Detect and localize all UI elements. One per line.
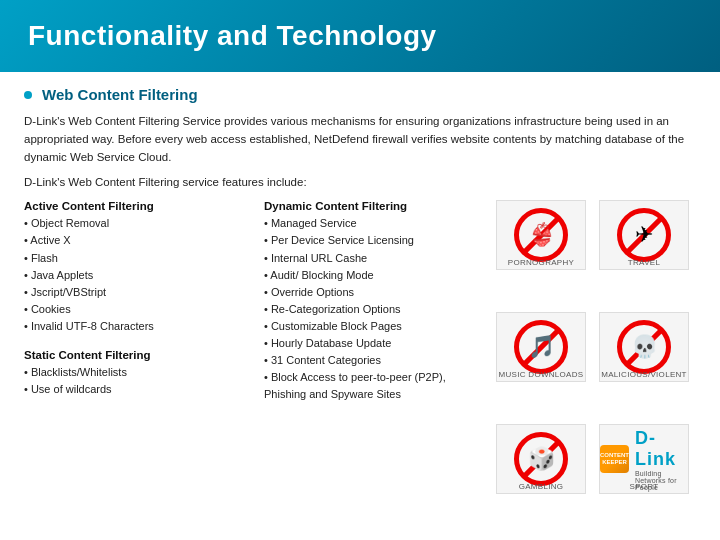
list-item: Customizable Block Pages: [264, 318, 486, 335]
header: Functionality and Technology: [0, 0, 720, 72]
list-item: Cookies: [24, 301, 264, 318]
list-item: Audit/ Blocking Mode: [264, 267, 486, 284]
music-label: MUSIC DOWNLOADS: [497, 370, 585, 379]
icon-cell-gambling: 🎲 GAMBLING: [496, 424, 586, 494]
dynamic-filter-heading: Dynamic Content Filtering: [264, 200, 486, 212]
list-item: Re-Categorization Options: [264, 301, 486, 318]
gambling-icon: 🎲: [528, 446, 555, 472]
list-item: 31 Content Categories: [264, 352, 486, 369]
icon-cell-pornography: 👙 PORNOGRAPHY: [496, 200, 586, 270]
gambling-label: GAMBLING: [497, 482, 585, 491]
features-intro: D-Link's Web Content Filtering service f…: [24, 176, 696, 188]
section-title: Web Content Filtering: [42, 86, 198, 103]
list-item: Managed Service: [264, 215, 486, 232]
list-item: Hourly Database Update: [264, 335, 486, 352]
pornography-icon: 👙: [528, 222, 555, 248]
icon-cell-sport: CONTENTKEEPER D-Link Building Networks f…: [599, 424, 689, 494]
list-item: Jscript/VBStript: [24, 284, 264, 301]
list-item: Block Access to peer-to-peer (P2P), Phis…: [264, 369, 486, 403]
left-col: Active Content Filtering Object Removal …: [24, 200, 264, 530]
pornography-label: PORNOGRAPHY: [497, 258, 585, 267]
header-title: Functionality and Technology: [28, 20, 437, 52]
static-filter-list: Blacklists/Whitelists Use of wildcards: [24, 364, 264, 398]
travel-icon: ✈: [635, 222, 653, 248]
list-item: Flash: [24, 250, 264, 267]
active-filter-list: Object Removal Active X Flash Java Apple…: [24, 215, 264, 334]
list-item: Object Removal: [24, 215, 264, 232]
icon-cell-violent: 💀 MALICIOUS/VIOLENT: [599, 312, 689, 382]
static-filter-heading: Static Content Filtering: [24, 349, 264, 361]
violent-label: MALICIOUS/VIOLENT: [600, 370, 688, 379]
list-item: Per Device Service Licensing: [264, 232, 486, 249]
static-filter-section: Static Content Filtering Blacklists/Whit…: [24, 349, 264, 398]
active-filter-heading: Active Content Filtering: [24, 200, 264, 212]
list-item: Internal URL Cashe: [264, 250, 486, 267]
list-item: Invalid UTF-8 Characters: [24, 318, 264, 335]
right-col: Dynamic Content Filtering Managed Servic…: [264, 200, 496, 530]
list-item: Use of wildcards: [24, 381, 264, 398]
icons-grid: 👙 PORNOGRAPHY ✈ TRAVEL 🎵 MUSIC DOWNLOADS…: [496, 200, 696, 530]
music-icon: 🎵: [528, 334, 555, 360]
icon-cell-music: 🎵 MUSIC DOWNLOADS: [496, 312, 586, 382]
list-item: Blacklists/Whitelists: [24, 364, 264, 381]
travel-label: TRAVEL: [600, 258, 688, 267]
sport-label: SPORT: [600, 482, 688, 491]
dynamic-filter-list: Managed Service Per Device Service Licen…: [264, 215, 486, 403]
columns-wrapper: Active Content Filtering Object Removal …: [24, 200, 696, 530]
violent-icon: 💀: [631, 334, 658, 360]
list-item: Java Applets: [24, 267, 264, 284]
dlink-text: D-Link: [635, 428, 688, 470]
section-bullet: Web Content Filtering: [24, 86, 696, 103]
dynamic-filter-section: Dynamic Content Filtering Managed Servic…: [264, 200, 486, 530]
icon-cell-travel: ✈ TRAVEL: [599, 200, 689, 270]
description-text: D-Link's Web Content Filtering Service p…: [24, 113, 696, 166]
list-item: Override Options: [264, 284, 486, 301]
list-item: Active X: [24, 232, 264, 249]
bullet-dot: [24, 91, 32, 99]
main-content: Web Content Filtering D-Link's Web Conte…: [0, 72, 720, 540]
active-filter-section: Active Content Filtering Object Removal …: [24, 200, 264, 334]
content-keeper-badge: CONTENTKEEPER: [600, 445, 629, 473]
